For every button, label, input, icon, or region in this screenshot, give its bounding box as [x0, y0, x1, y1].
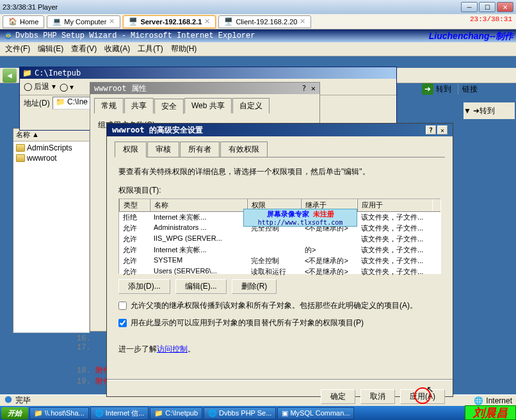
menu-favorites[interactable]: 收藏(A) [102, 42, 133, 56]
ie-icon [4, 31, 13, 40]
help-button[interactable]: ? [426, 125, 436, 134]
adv-body: 权限 审核 所有者 有效权限 要查看有关特殊权限的详细信息，请选择一个权限项目，… [107, 136, 453, 369]
folder-icon: 📁 [22, 69, 32, 77]
home-icon: 🏠 [8, 17, 17, 26]
tab-auditing[interactable]: 审核 [147, 141, 179, 157]
menu-help[interactable]: 帮助(H) [168, 42, 200, 56]
folder-item[interactable]: AdminScripts [15, 143, 88, 153]
tab-custom[interactable]: 自定义 [232, 98, 270, 113]
add-button[interactable]: 添加(D)... [118, 279, 170, 294]
tab-client[interactable]: 🖥️ Client-192.168.2.20 ✕ [218, 15, 311, 28]
tab-general[interactable]: 常规 [94, 98, 124, 113]
explorer-title-text: C:\Inetpub [35, 69, 81, 77]
right-go-fragment: ▼ ➜ 转到 [464, 102, 515, 119]
table-row[interactable]: 允许IIS_WPG (SERVER...该文件夹，子文件... [119, 234, 440, 245]
folder-item[interactable]: wwwroot [15, 153, 88, 163]
table-row[interactable]: 允许Internet 来宾帐...的>该文件夹，子文件... [119, 245, 440, 255]
replace-checkbox[interactable] [118, 319, 127, 327]
folder-icon [16, 144, 25, 152]
inherit-checkbox-row: 允许父项的继承权限传播到该对象和所有子对象。包括那些在此明确定义的项目(A)。 [118, 300, 441, 311]
cancel-button[interactable]: 取消 [360, 389, 395, 404]
column-header-name[interactable]: 名称 ▲ [13, 129, 89, 141]
address-label: 地址(D) [24, 98, 50, 109]
minimize-button[interactable]: ─ [461, 2, 478, 12]
recorder-watermark: 屏幕录像专家未注册 http://www.tlxsoft.com [243, 209, 357, 227]
status-zone: 🌐 Internet [474, 396, 512, 405]
tab-close-icon[interactable]: ✕ [300, 17, 305, 26]
inherit-checkbox[interactable] [118, 302, 127, 310]
tab-effective[interactable]: 有效权限 [220, 141, 268, 157]
table-row[interactable]: 允许Users (SERVER6\...读取和运行<不是继承的>该文件夹，子文件… [119, 266, 440, 277]
go-arrow-icon[interactable]: ➜ [422, 83, 433, 95]
explorer-go-area: ➜ 转到 链接 [422, 83, 478, 95]
replace-label: 用在此显示的可以应用到子对象的项目替代所有子对象的权限项目(P) [131, 318, 364, 328]
properties-title-text: wwwroot 属性 [94, 83, 147, 94]
links-label[interactable]: 链接 [458, 84, 478, 95]
explorer-title-bar: 📁 C:\Inetpub [20, 67, 396, 79]
close-button[interactable]: ✕ [437, 125, 447, 134]
back-icon[interactable]: ◄ [3, 69, 17, 83]
time-watermark: 23:3/38:31 [470, 15, 512, 23]
go-label[interactable]: 转到 [436, 84, 451, 95]
session-tabs-bar: 🏠 Home 💻 My Computer ✕ 🖥️ Server-192.168… [0, 14, 516, 29]
tab-label: Client-192.168.2.20 [236, 18, 297, 26]
inherit-label: 允许父项的继承权限传播到该对象和所有子对象。包括那些在此明确定义的项目(A)。 [131, 300, 417, 311]
menu-file[interactable]: 文件(F) [3, 42, 33, 56]
tab-server[interactable]: 🖥️ Server-192.168.2.1 ✕ [123, 15, 216, 28]
help-button[interactable]: ? [302, 84, 306, 93]
remove-button[interactable]: 删除(R) [232, 279, 277, 294]
client-icon: 🖥️ [224, 17, 233, 26]
properties-tabs: 常规 共享 安全 Web 共享 自定义 [90, 94, 319, 113]
tab-close-icon[interactable]: ✕ [109, 17, 115, 26]
menu-view[interactable]: 查看(V) [69, 42, 99, 56]
tab-label: Home [20, 18, 38, 26]
menu-edit[interactable]: 编辑(E) [35, 42, 66, 56]
maximize-button[interactable]: ☐ [479, 2, 496, 12]
tab-security[interactable]: 安全 [154, 99, 184, 114]
col-type[interactable]: 类型 [119, 199, 150, 211]
adv-tabs: 权限 审核 所有者 有效权限 [115, 141, 445, 158]
perm-items-label: 权限项目(T): [118, 185, 441, 196]
signature-stamp: 刘晨昌 [465, 405, 516, 420]
learn-more-link[interactable]: 访问控制 [157, 344, 188, 353]
ie-title-text: Dvbbs PHP Setup Wizard - Microsoft Inter… [15, 31, 255, 40]
col-apply-to[interactable]: 应用于 [357, 199, 433, 211]
svg-point-1 [5, 396, 12, 403]
taskbar-item[interactable]: 📁\\.host\Sha... [29, 407, 89, 419]
col-name[interactable]: 名称 [150, 199, 247, 211]
adv-intro-text: 要查看有关特殊权限的详细信息，请选择一个权限项目，然后单击"编辑"。 [118, 166, 441, 177]
tab-permissions[interactable]: 权限 [115, 141, 147, 158]
start-button[interactable]: 开始 [1, 407, 28, 419]
menu-tools[interactable]: 工具(T) [135, 42, 165, 56]
ie-icon [4, 395, 13, 406]
tab-label: My Computer [64, 18, 106, 26]
right-go-label[interactable]: 转到 [480, 106, 495, 117]
ie-menu-bar: 文件(F) 编辑(E) 查看(V) 收藏(A) 工具(T) 帮助(H) [0, 42, 516, 56]
computer-icon: 💻 [52, 17, 61, 26]
code-fragment: 16. 17. 18. 附件 19. 附件 [77, 334, 111, 387]
author-watermark: Liuchenchang--制作 [429, 31, 513, 42]
tab-home[interactable]: 🏠 Home [3, 15, 44, 28]
properties-title-bar: wwwroot 属性 ? ✕ [90, 83, 319, 94]
globe-icon: 🌐 [474, 396, 483, 405]
tab-web-sharing[interactable]: Web 共享 [184, 98, 232, 113]
apply-button[interactable]: 应用(A) [400, 389, 445, 404]
tab-label: Server-192.168.2.1 [140, 18, 202, 26]
back-button[interactable]: ◯ 后退 ▾ [24, 81, 56, 92]
tab-owner[interactable]: 所有者 [180, 141, 220, 157]
player-title-bar: 23:3/38:31 Player ─ ☐ ✕ [0, 0, 516, 14]
server-icon: 🖥️ [129, 17, 138, 26]
player-window-controls: ─ ☐ ✕ [461, 2, 513, 12]
edit-button[interactable]: 编辑(E)... [175, 279, 227, 294]
close-button[interactable]: ✕ [311, 84, 316, 93]
advanced-security-dialog: wwwroot 的高级安全设置 ? ✕ 权限 审核 所有者 有效权限 要查看有关… [106, 123, 453, 397]
status-done: 完毕 [15, 395, 31, 406]
tab-my-computer[interactable]: 💻 My Computer ✕ [47, 15, 120, 28]
tab-sharing[interactable]: 共享 [124, 98, 154, 113]
tab-close-icon[interactable]: ✕ [204, 17, 210, 26]
table-row[interactable]: 允许SYSTEM完全控制<不是继承的>该文件夹，子文件... [119, 255, 440, 266]
close-button[interactable]: ✕ [497, 2, 513, 12]
adv-bottom-buttons: 确定 取消 应用(A) [107, 387, 453, 409]
forward-button[interactable]: ◯ ▾ [60, 83, 74, 92]
ok-button[interactable]: 确定 [321, 389, 355, 404]
